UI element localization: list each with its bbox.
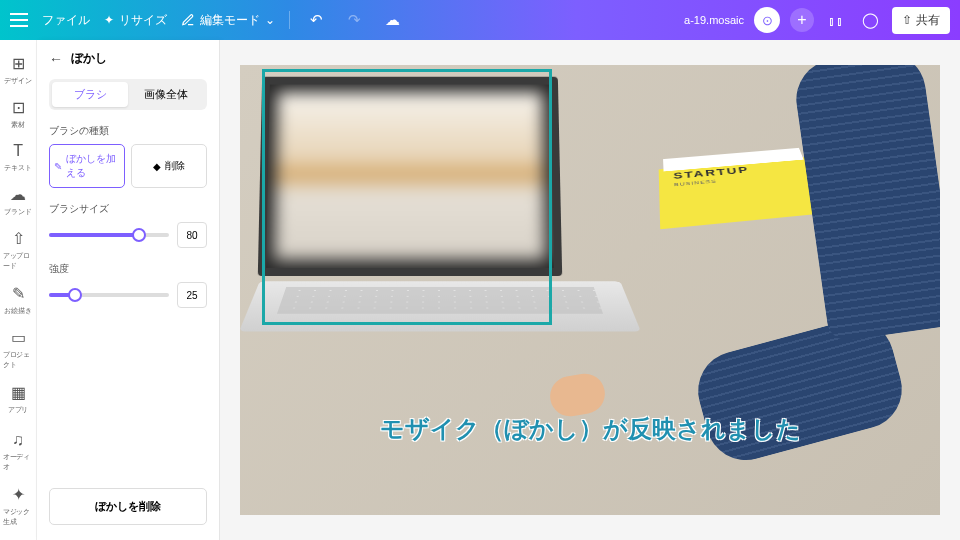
brush-size-value[interactable]: 80 (177, 222, 207, 248)
share-button[interactable]: ⇧ 共有 (892, 7, 950, 34)
rail-audio[interactable]: ♫オーディオ (0, 427, 36, 477)
topbar: ファイル ✦ リサイズ 編集モード ⌄ ↶ ↷ ☁ a-19.mosaic ⊙ … (0, 0, 960, 40)
intensity-slider[interactable] (49, 293, 169, 297)
edit-mode-button[interactable]: 編集モード ⌄ (181, 12, 275, 29)
analytics-icon[interactable]: ⫾⫾ (824, 8, 848, 32)
artboard[interactable]: STARTUP BUSINESS モザイク（ぼかし）が反映されました (240, 65, 940, 515)
slider-thumb[interactable] (68, 288, 82, 302)
intensity-value[interactable]: 25 (177, 282, 207, 308)
annotation-caption: モザイク（ぼかし）が反映されました (380, 413, 801, 445)
rail-design[interactable]: ⊞デザイン (0, 50, 36, 90)
comment-icon[interactable]: ◯ (858, 8, 882, 32)
brush-type-label: ブラシの種類 (49, 124, 207, 138)
cloud-sync-icon[interactable]: ☁ (380, 8, 404, 32)
resize-button[interactable]: ✦ リサイズ (104, 12, 167, 29)
rail-apps[interactable]: ▦アプリ (0, 379, 36, 419)
canvas-area[interactable]: STARTUP BUSINESS モザイク（ぼかし）が反映されました (220, 40, 960, 540)
blur-panel: ← ぼかし ブラシ 画像全体 ブラシの種類 ✎ ぼかしを加える ◆ 削除 ブラシ… (37, 40, 220, 540)
document-name[interactable]: a-19.mosaic (684, 14, 744, 26)
tab-brush[interactable]: ブラシ (52, 82, 128, 107)
laptop-prop (260, 75, 600, 335)
rail-draw[interactable]: ✎お絵描き (0, 280, 36, 320)
menu-icon[interactable] (10, 13, 28, 27)
rail-soundraw[interactable]: SSoundraw (0, 536, 36, 540)
rail-text[interactable]: Tテキスト (0, 138, 36, 177)
tool-rail: ⊞デザイン ⊡素材 Tテキスト ☁ブランド ⇧アップロード ✎お絵描き ▭プロジ… (0, 40, 37, 540)
rail-upload[interactable]: ⇧アップロード (0, 225, 36, 276)
rail-magic[interactable]: ✦マジック生成 (0, 481, 36, 532)
intensity-label: 強度 (49, 262, 207, 276)
brush-size-label: ブラシサイズ (49, 202, 207, 216)
back-arrow-icon[interactable]: ← (49, 51, 63, 67)
erase-blur-button[interactable]: ◆ 削除 (131, 144, 207, 188)
tab-whole-image[interactable]: 画像全体 (128, 82, 204, 107)
rail-brand[interactable]: ☁ブランド (0, 181, 36, 221)
add-button[interactable]: + (790, 8, 814, 32)
blur-mode-tabs: ブラシ 画像全体 (49, 79, 207, 110)
redo-button[interactable]: ↷ (342, 8, 366, 32)
rail-elements[interactable]: ⊡素材 (0, 94, 36, 134)
file-menu[interactable]: ファイル (42, 12, 90, 29)
slider-thumb[interactable] (132, 228, 146, 242)
rail-projects[interactable]: ▭プロジェクト (0, 324, 36, 375)
panel-title: ぼかし (71, 50, 107, 67)
add-blur-button[interactable]: ✎ ぼかしを加える (49, 144, 125, 188)
brush-size-slider[interactable] (49, 233, 169, 237)
remove-blur-button[interactable]: ぼかしを削除 (49, 488, 207, 525)
undo-button[interactable]: ↶ (304, 8, 328, 32)
canva-assistant-button[interactable]: ⊙ (754, 7, 780, 33)
